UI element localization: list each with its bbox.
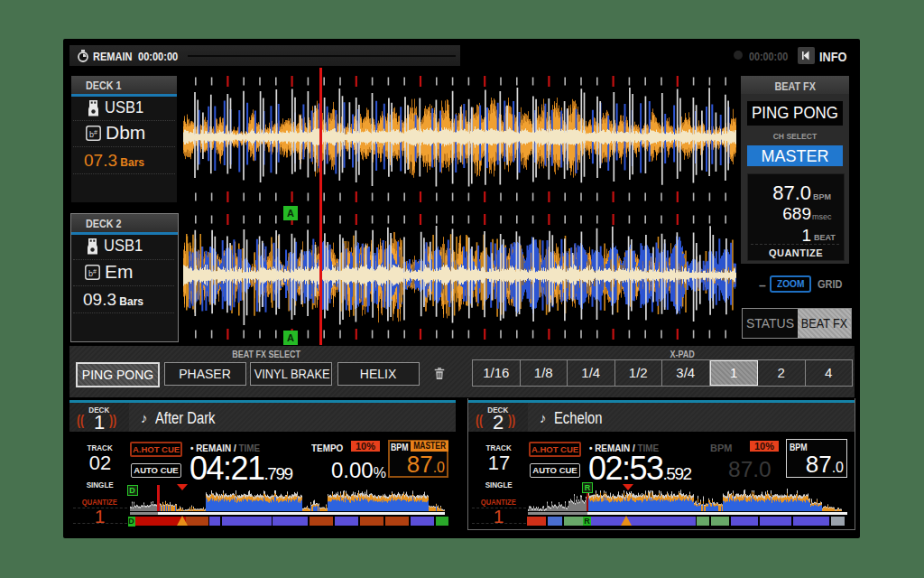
svg-text:#: # [93, 268, 97, 275]
svg-text:#: # [94, 129, 97, 135]
